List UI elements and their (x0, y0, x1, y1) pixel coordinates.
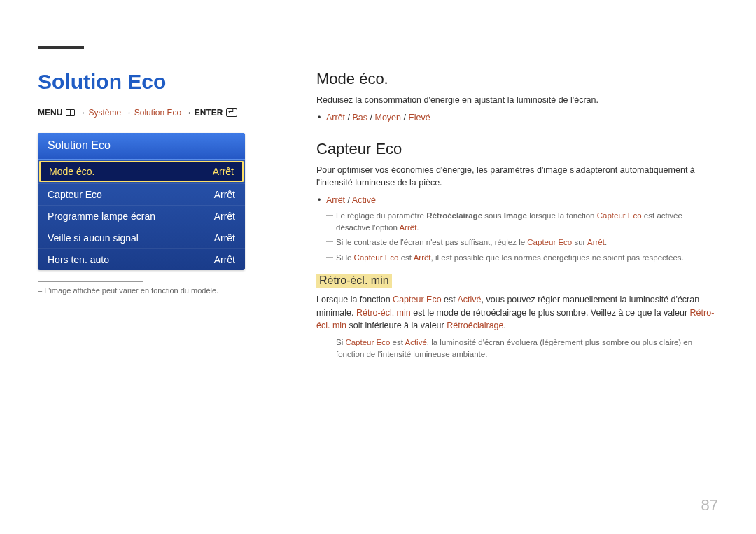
retro-ecl-min-heading: Rétro-écl. min (316, 274, 392, 288)
text: . (504, 321, 506, 330)
opt-active: Activé (352, 195, 376, 205)
hl-arret: Arrêt (414, 253, 431, 262)
menu-panel-header: Solution Eco (38, 133, 245, 160)
hl-retromin: Rétro-écl. min (356, 308, 411, 318)
menu-item-value: Arrêt (214, 189, 235, 200)
menu-item-4[interactable]: Hors ten. autoArrêt (38, 248, 245, 270)
text-retro: Rétroéclairage (426, 211, 482, 220)
text: est (390, 338, 405, 346)
capteur-note-2: Si le contraste de l'écran n'est pas suf… (316, 237, 718, 248)
opt-bas: Bas (353, 113, 368, 122)
left-column: Solution Eco MENU → Système → Solution E… (38, 70, 248, 295)
page-title: Solution Eco (38, 70, 248, 94)
text: est (399, 253, 414, 262)
hl-arret: Arrêt (587, 238, 605, 246)
breadcrumb: MENU → Système → Solution Eco → ENTER (38, 108, 248, 118)
mode-eco-options: Arrêt / Bas / Moyen / Elevé (316, 111, 718, 125)
left-footnote-text: L'image affichée peut varier en fonction… (44, 286, 218, 295)
left-footnote: – L'image affichée peut varier en foncti… (38, 286, 248, 295)
capteur-eco-desc: Pour optimiser vos économies d'énergie, … (316, 164, 718, 190)
hl-capteur: Capteur Eco (597, 211, 642, 220)
menu-icon (66, 109, 75, 116)
text: Si le contraste de l'écran n'est pas suf… (336, 238, 527, 246)
text-image: Image (504, 211, 527, 220)
menu-item-1[interactable]: Capteur EcoArrêt (38, 183, 245, 205)
menu-item-label: Mode éco. (49, 166, 94, 177)
hl-capteur: Capteur Eco (527, 238, 572, 246)
menu-item-3[interactable]: Veille si aucun signalArrêt (38, 227, 245, 248)
hl-active: Activé (405, 338, 426, 346)
mode-eco-heading: Mode éco. (316, 70, 718, 88)
text: lorsque la fonction (527, 211, 597, 220)
enter-icon (226, 108, 237, 117)
menu-item-value: Arrêt (214, 254, 235, 265)
retro-note-1: Si Capteur Eco est Activé, la luminosité… (316, 337, 718, 361)
text: Si le (336, 253, 354, 262)
menu-item-value: Arrêt (213, 166, 234, 177)
menu-panel: Solution Eco Mode éco.ArrêtCapteur EcoAr… (38, 133, 245, 270)
breadcrumb-arrow: → (78, 108, 88, 118)
menu-item-value: Arrêt (214, 232, 235, 244)
capteur-eco-heading: Capteur Eco (316, 140, 718, 158)
menu-item-label: Capteur Eco (48, 189, 102, 200)
opt-eleve: Elevé (408, 113, 430, 122)
hl-capteur: Capteur Eco (345, 338, 390, 346)
breadcrumb-enter: ENTER (195, 108, 223, 118)
capteur-note-3: Si le Capteur Eco est Arrêt, il est poss… (316, 252, 718, 264)
breadcrumb-menu: MENU (38, 108, 62, 118)
text: Le réglage du paramètre (336, 211, 426, 220)
menu-item-label: Veille si aucun signal (48, 232, 139, 244)
breadcrumb-systeme: Système (88, 108, 121, 118)
breadcrumb-arrow: → (183, 108, 194, 118)
opt-moyen: Moyen (374, 113, 401, 122)
menu-item-value: Arrêt (214, 211, 235, 222)
text: soit inférieure à la valeur (346, 321, 447, 330)
menu-item-2[interactable]: Programme lampe écranArrêt (38, 205, 245, 227)
capteur-eco-options: Arrêt / Activé (316, 194, 718, 207)
footnote-rule (38, 281, 143, 282)
text: est le mode de rétroéclairage le plus so… (411, 308, 690, 318)
breadcrumb-solution-eco: Solution Eco (134, 108, 181, 118)
menu-item-label: Programme lampe écran (48, 211, 155, 222)
text: , il est possible que les normes énergét… (431, 253, 684, 262)
header-rule (38, 48, 718, 48)
opt-arret: Arrêt (326, 195, 345, 205)
menu-item-label: Hors ten. auto (48, 254, 109, 265)
text: sur (572, 238, 587, 246)
text: est (442, 295, 458, 304)
retro-ecl-desc: Lorsque la fonction Capteur Eco est Acti… (316, 293, 718, 332)
right-column: Mode éco. Réduisez la consommation d'éne… (316, 70, 718, 364)
text: Si (336, 338, 345, 346)
page-number: 87 (701, 496, 718, 514)
text: sous (482, 211, 504, 220)
hl-active: Activé (458, 295, 482, 304)
hl-capteur: Capteur Eco (354, 253, 399, 262)
opt-arret: Arrêt (326, 113, 345, 122)
menu-item-0[interactable]: Mode éco.Arrêt (39, 161, 244, 182)
text: Lorsque la fonction (316, 295, 393, 304)
hl-retro: Rétroéclairage (447, 321, 503, 330)
text: . (605, 238, 607, 246)
mode-eco-desc: Réduisez la consommation d'énergie en aj… (316, 94, 718, 107)
breadcrumb-arrow: → (123, 108, 134, 118)
hl-capteur: Capteur Eco (393, 295, 441, 304)
capteur-note-1: Le réglage du paramètre Rétroéclairage s… (316, 210, 718, 234)
hl-arret: Arrêt (399, 223, 416, 232)
text: . (416, 223, 419, 232)
